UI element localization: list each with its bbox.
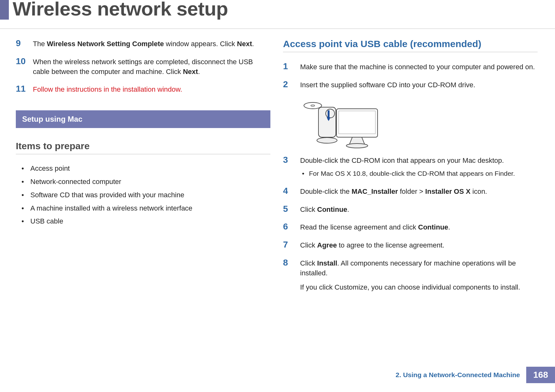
step-sub-bullet: For Mac OS X 10.8, double-click the CD-R… [300,168,538,179]
step-item: 4Double-click the MAC_Installer folder >… [283,186,538,197]
step-item: 1Make sure that the machine is connected… [283,62,538,72]
step-item: 5Click Continue. [283,204,538,215]
access-point-heading: Access point via USB cable (recommended) [283,39,538,52]
cd-computer-illustration [300,98,382,151]
svg-point-7 [317,138,337,143]
step-text: Read the license agreement and click Con… [300,222,538,232]
svg-point-0 [304,102,322,109]
list-item: A machine installed with a wireless netw… [16,202,270,215]
step-number: 10 [16,57,33,66]
step-item: 6Read the license agreement and click Co… [283,222,538,232]
list-item: Access point [16,162,270,175]
step-text: When the wireless network settings are c… [33,57,270,77]
step-text: Click Install. All components necessary … [300,258,538,278]
items-to-prepare-heading: Items to prepare [16,141,270,154]
page-header: Wireless network setup [0,0,555,29]
left-steps: 9The Wireless Network Setting Complete w… [16,39,270,95]
step-item: 9The Wireless Network Setting Complete w… [16,39,270,49]
svg-rect-5 [339,111,375,134]
svg-rect-2 [318,107,336,137]
list-item: Software CD that was provided with your … [16,188,270,202]
step-text: Insert the supplied software CD into you… [300,80,538,90]
step-text: Double-click the CD-ROM icon that appear… [300,155,538,166]
step-item: 2Insert the supplied software CD into yo… [283,80,538,90]
svg-point-6 [346,144,368,148]
step-item: 10When the wireless network settings are… [16,57,270,77]
step-text: Click Continue. [300,204,538,215]
right-column: Access point via USB cable (recommended)… [283,39,538,300]
page-footer: 2. Using a Network-Connected Machine 168 [396,367,555,383]
items-to-prepare-list: Access pointNetwork-connected computerSo… [16,162,270,228]
section-bar-setup-mac: Setup using Mac [16,110,270,128]
left-column: 9The Wireless Network Setting Complete w… [16,39,270,300]
step-text: Follow the instructions in the installat… [33,84,182,95]
step-number: 6 [283,222,300,231]
page-title: Wireless network setup [13,0,228,20]
step-item: 3Double-click the CD-ROM icon that appea… [283,155,538,179]
step-text: Double-click the MAC_Installer folder > … [300,186,538,197]
step-item: 7Click Agree to agree to the license agr… [283,240,538,250]
step-text: Click Agree to agree to the license agre… [300,240,538,250]
step-number: 4 [283,186,300,195]
step-number: 3 [283,155,300,164]
step-item: 8Click Install. All components necessary… [283,258,538,292]
step-number: 8 [283,258,300,267]
svg-point-1 [311,105,315,106]
list-item: USB cable [16,215,270,228]
step-number: 11 [16,84,33,93]
step-text: Make sure that the machine is connected … [300,62,538,72]
header-accent [0,0,9,20]
step-item: 11Follow the instructions in the install… [16,84,270,95]
step-text: The Wireless Network Setting Complete wi… [33,39,254,49]
content-columns: 9The Wireless Network Setting Complete w… [0,29,555,300]
step-number: 7 [283,240,300,249]
footer-chapter: 2. Using a Network-Connected Machine [396,367,526,383]
step-number: 1 [283,62,300,71]
step-extra-text: If you click Customize, you can choose i… [300,283,538,292]
footer-page-number: 168 [526,367,555,383]
list-item: Network-connected computer [16,175,270,188]
right-steps: 1Make sure that the machine is connected… [283,62,538,292]
step-number: 9 [16,39,33,48]
step-number: 5 [283,204,300,213]
step-number: 2 [283,80,300,89]
